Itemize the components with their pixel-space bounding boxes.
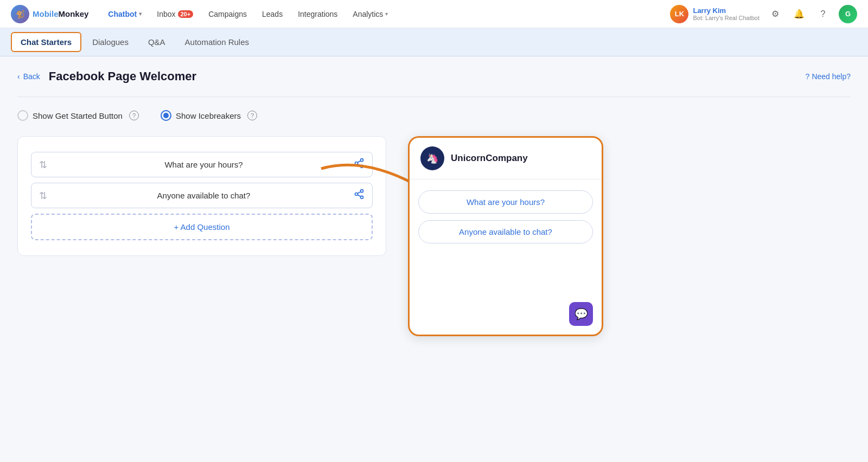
tab-qa[interactable]: Q&A [139, 33, 174, 51]
get-started-option[interactable]: Show Get Started Button ? [17, 110, 139, 121]
question-row-1: ⇅ What are your hours? [31, 152, 373, 177]
user-name: Larry Kim [693, 7, 760, 15]
nav-right: LK Larry Kim Bot: Larry's Real Chatbot ⚙… [670, 5, 857, 23]
connect-icon-2[interactable] [354, 189, 365, 202]
connect-icon-1[interactable] [354, 158, 365, 171]
nav-leads[interactable]: Leads [256, 7, 289, 22]
user-info: LK Larry Kim Bot: Larry's Real Chatbot [670, 5, 760, 23]
phone-header: 🦄 UnicornCompany [410, 138, 602, 179]
analytics-chevron-icon: ▾ [385, 11, 388, 17]
nav-analytics[interactable]: Analytics ▾ [346, 7, 394, 22]
profile-avatar[interactable]: G [839, 5, 857, 23]
page-title: Facebook Page Welcomer [49, 69, 196, 84]
icebreakers-option[interactable]: Show Icebreakers ? [161, 110, 257, 121]
icebreakers-help-icon[interactable]: ? [247, 111, 257, 120]
tab-chat-starters[interactable]: Chat Starters [11, 32, 81, 52]
back-button[interactable]: ‹ Back [17, 72, 40, 81]
help-circle-icon: ? [806, 72, 810, 81]
svg-point-0 [361, 159, 363, 162]
user-details: Larry Kim Bot: Larry's Real Chatbot [693, 7, 760, 21]
svg-point-6 [355, 193, 358, 196]
company-name: UnicornCompany [451, 153, 528, 164]
top-navigation: 🐒 MobileMonkey Chatbot ▾ Inbox 20+ Campa… [0, 0, 868, 28]
chat-bubble-icon: 💬 [575, 307, 588, 320]
svg-point-1 [355, 162, 358, 165]
preview-question-1[interactable]: What are your hours? [418, 190, 593, 214]
svg-point-2 [361, 165, 363, 168]
icebreakers-radio[interactable] [161, 110, 171, 121]
logo-text: MobileMonkey [33, 9, 88, 18]
drag-handle-icon-2[interactable]: ⇅ [39, 190, 47, 202]
add-question-button[interactable]: + Add Question [31, 214, 373, 240]
svg-line-8 [358, 195, 361, 196]
back-arrow-icon: ‹ [17, 72, 20, 81]
page-header: ‹ Back Facebook Page Welcomer ? Need hel… [17, 69, 851, 84]
phone-preview-panel: 🦄 UnicornCompany What are your hours? An… [408, 136, 603, 336]
tab-automation-rules[interactable]: Automation Rules [176, 33, 258, 51]
drag-handle-icon-1[interactable]: ⇅ [39, 159, 47, 171]
chat-bot-icon[interactable]: 💬 [569, 302, 593, 326]
svg-point-7 [361, 196, 363, 198]
svg-line-3 [358, 164, 361, 165]
svg-line-4 [358, 161, 361, 162]
bell-icon[interactable]: 🔔 [791, 6, 807, 22]
preview-question-2[interactable]: Anyone available to chat? [418, 220, 593, 243]
question-text-1: What are your hours? [54, 160, 354, 169]
avatar: LK [670, 5, 688, 23]
tab-dialogues[interactable]: Dialogues [84, 33, 137, 51]
nav-items: Chatbot ▾ Inbox 20+ Campaigns Leads Inte… [101, 7, 670, 22]
get-started-radio[interactable] [17, 110, 28, 121]
questions-panel: ⇅ What are your hours? ⇅ Anyone availabl… [17, 136, 386, 256]
annotation-area: ⇅ What are your hours? ⇅ Anyone availabl… [17, 136, 851, 336]
logo[interactable]: 🐒 MobileMonkey [11, 5, 88, 23]
sub-navigation: Chat Starters Dialogues Q&A Automation R… [0, 28, 868, 56]
nav-chatbot[interactable]: Chatbot ▾ [101, 7, 148, 22]
nav-campaigns[interactable]: Campaigns [202, 7, 253, 22]
chatbot-chevron-icon: ▾ [139, 11, 142, 17]
question-text-2: Anyone available to chat? [54, 191, 354, 200]
question-row-2: ⇅ Anyone available to chat? [31, 183, 373, 208]
nav-inbox[interactable]: Inbox 20+ [150, 7, 200, 22]
need-help-button[interactable]: ? Need help? [806, 72, 851, 81]
logo-icon: 🐒 [11, 5, 29, 23]
user-bot: Bot: Larry's Real Chatbot [693, 15, 760, 21]
svg-line-9 [358, 191, 361, 193]
company-avatar: 🦄 [420, 146, 444, 170]
svg-point-5 [361, 190, 363, 193]
divider [17, 97, 851, 97]
get-started-help-icon[interactable]: ? [129, 111, 139, 120]
phone-preview: 🦄 UnicornCompany What are your hours? An… [408, 136, 603, 336]
options-row: Show Get Started Button ? Show Icebreake… [17, 110, 851, 121]
settings-icon[interactable]: ⚙ [767, 6, 783, 22]
help-icon[interactable]: ? [815, 6, 831, 22]
nav-integrations[interactable]: Integrations [291, 7, 344, 22]
main-content: ‹ Back Facebook Page Welcomer ? Need hel… [0, 56, 868, 349]
